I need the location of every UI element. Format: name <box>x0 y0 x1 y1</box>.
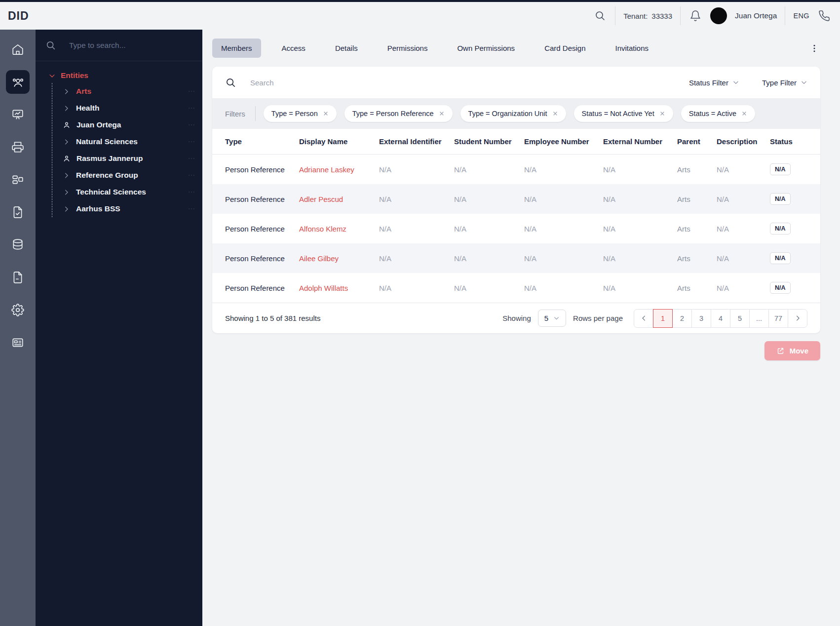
cell-display-name-link[interactable]: Alfonso Klemz <box>299 225 379 233</box>
page-button-5[interactable]: 5 <box>730 309 750 328</box>
close-icon[interactable] <box>741 111 747 117</box>
entity-tree-panel: Entities Arts Health Juan Ortega <box>36 30 202 626</box>
move-button-label: Move <box>790 347 808 355</box>
language-selector[interactable]: ENG <box>793 12 809 20</box>
tree-item-technical-sciences[interactable]: Technical Sciences <box>52 184 202 200</box>
filter-chip-type-person[interactable]: Type = Person <box>264 105 337 122</box>
notifications-button[interactable] <box>688 9 702 23</box>
global-search-button[interactable] <box>593 9 607 23</box>
tree-root-label[interactable]: Entities <box>61 71 88 80</box>
rail-print-button[interactable] <box>6 135 30 159</box>
page-button-3[interactable]: 3 <box>691 309 711 328</box>
layout-blocks-icon <box>11 173 24 186</box>
tree-item-rasmus-jannerup[interactable]: Rasmus Jannerup <box>52 150 202 167</box>
more-options-icon[interactable] <box>188 205 195 213</box>
status-filter-dropdown[interactable]: Status Filter <box>689 78 739 87</box>
close-icon[interactable] <box>659 111 665 117</box>
more-options-icon[interactable] <box>188 121 195 129</box>
rail-cards-button[interactable] <box>6 331 30 354</box>
type-filter-dropdown[interactable]: Type Filter <box>762 78 807 87</box>
cell-display-name-link[interactable]: Adrianne Laskey <box>299 165 379 174</box>
tab-own-permissions[interactable]: Own Permissions <box>448 39 524 58</box>
status-badge: N/A <box>770 163 791 175</box>
close-icon[interactable] <box>439 111 445 117</box>
tab-members[interactable]: Members <box>212 39 261 58</box>
filter-chip-type-person-reference[interactable]: Type = Person Reference <box>344 105 453 122</box>
chevron-right-icon[interactable] <box>63 88 70 95</box>
tab-access[interactable]: Access <box>273 39 314 58</box>
chip-label: Status = Active <box>689 110 736 117</box>
tree-item-reference-group[interactable]: Reference Group <box>52 167 202 184</box>
chevron-right-icon[interactable] <box>63 105 70 112</box>
rail-home-button[interactable] <box>6 38 30 61</box>
chevron-right-icon[interactable] <box>63 172 70 179</box>
tree-item-juan-ortega[interactable]: Juan Ortega <box>52 117 202 133</box>
tree-item-label[interactable]: Natural Sciences <box>76 137 182 146</box>
rows-per-page-value: 5 <box>544 314 548 322</box>
move-button[interactable]: Move <box>764 341 820 360</box>
rail-members-button[interactable] <box>6 70 30 94</box>
close-icon[interactable] <box>323 111 329 117</box>
status-badge: N/A <box>770 193 791 205</box>
tree-item-label[interactable]: Technical Sciences <box>76 188 182 196</box>
phone-button[interactable] <box>817 9 831 23</box>
cell-display-name-link[interactable]: Adolph Willatts <box>299 284 379 292</box>
page-ellipsis-button[interactable]: ... <box>749 309 769 328</box>
tab-card-design[interactable]: Card Design <box>535 39 594 58</box>
page-button-77[interactable]: 77 <box>768 309 788 328</box>
more-options-icon[interactable] <box>188 87 195 95</box>
user-name[interactable]: Juan Ortega <box>735 11 777 20</box>
tree-item-aarhus-bss[interactable]: Aarhus BSS <box>52 200 202 217</box>
rail-tasks-button[interactable] <box>6 200 30 224</box>
members-search-input[interactable] <box>250 78 675 87</box>
chevron-right-icon[interactable] <box>63 205 70 213</box>
page-button-2[interactable]: 2 <box>672 309 692 328</box>
filter-chip-status-not-active-yet[interactable]: Status = Not Active Yet <box>574 105 673 122</box>
chevron-right-icon[interactable] <box>63 189 70 196</box>
tree-item-natural-sciences[interactable]: Natural Sciences <box>52 133 202 150</box>
tree-search-input[interactable] <box>69 41 178 50</box>
tree-item-label[interactable]: Reference Group <box>76 171 182 180</box>
tree-root-entities[interactable]: Entities <box>48 71 202 80</box>
cell-type: Person Reference <box>225 165 299 174</box>
page-button-4[interactable]: 4 <box>711 309 730 328</box>
cell-display-name-link[interactable]: Ailee Gilbey <box>299 254 379 263</box>
rail-modules-button[interactable] <box>6 168 30 192</box>
chevron-right-icon[interactable] <box>63 138 70 146</box>
more-options-icon[interactable] <box>188 155 195 162</box>
tree-item-label[interactable]: Rasmus Jannerup <box>76 154 182 163</box>
tree-item-label[interactable]: Arts <box>76 87 182 96</box>
document-icon <box>11 271 24 284</box>
tab-invitations[interactable]: Invitations <box>607 39 658 58</box>
more-options-icon[interactable] <box>188 188 195 196</box>
user-avatar[interactable] <box>710 7 727 24</box>
status-filter-label: Status Filter <box>689 78 728 87</box>
tree-item-label[interactable]: Health <box>76 104 182 113</box>
tree-item-arts[interactable]: Arts <box>52 83 202 100</box>
file-check-icon <box>11 206 24 219</box>
filter-chip-type-organization-unit[interactable]: Type = Organization Unit <box>460 105 566 122</box>
next-page-button[interactable] <box>788 309 807 328</box>
more-options-icon[interactable] <box>188 138 195 146</box>
previous-page-button[interactable] <box>634 309 653 328</box>
cell-display-name-link[interactable]: Adler Pescud <box>299 195 379 203</box>
rows-per-page-select[interactable]: 5 <box>538 310 566 327</box>
rail-reports-button[interactable] <box>6 103 30 126</box>
tab-permissions[interactable]: Permissions <box>379 39 437 58</box>
rail-documents-button[interactable] <box>6 266 30 289</box>
column-header: Description <box>717 137 770 146</box>
more-options-icon[interactable] <box>188 171 195 179</box>
filter-chip-status-active[interactable]: Status = Active <box>681 105 755 122</box>
page-button-1[interactable]: 1 <box>653 309 673 328</box>
more-actions-button[interactable] <box>808 42 820 54</box>
rail-settings-button[interactable] <box>6 298 30 322</box>
more-options-icon[interactable] <box>188 104 195 112</box>
tree-item-health[interactable]: Health <box>52 100 202 117</box>
tree-item-label[interactable]: Aarhus BSS <box>76 204 182 213</box>
close-icon[interactable] <box>552 111 558 117</box>
tree-item-label[interactable]: Juan Ortega <box>76 120 182 129</box>
chip-label: Type = Organization Unit <box>468 110 547 117</box>
tab-details[interactable]: Details <box>326 39 367 58</box>
rail-data-button[interactable] <box>6 233 30 257</box>
cell-external-identifier: N/A <box>379 165 454 174</box>
